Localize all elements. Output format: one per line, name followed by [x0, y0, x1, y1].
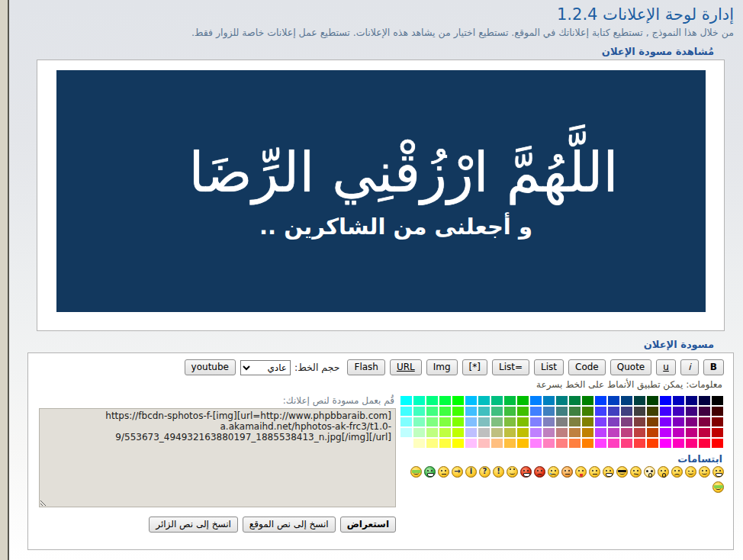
palette-color-#FF0000[interactable] [712, 439, 723, 448]
bbcode-underline-button[interactable]: u [656, 359, 676, 375]
palette-color-#FF80FF[interactable] [530, 439, 542, 448]
palette-color-#00BF00[interactable] [517, 396, 529, 405]
palette-color-#404000[interactable] [647, 407, 658, 416]
palette-color-#8000BF[interactable] [673, 417, 684, 426]
palette-color-#80FF80[interactable] [426, 417, 438, 426]
smiley-ugeek[interactable] [712, 481, 724, 493]
palette-color-#FF8040[interactable] [569, 439, 581, 448]
copy-to-visitor-text-button[interactable]: انسخ إلى نص الزائر [149, 517, 238, 533]
palette-color-#FF4080[interactable] [621, 439, 632, 448]
palette-color-#40BFBF[interactable] [478, 407, 490, 416]
copy-to-site-text-button[interactable]: انسخ إلى نص الموقع [243, 517, 336, 533]
palette-color-#0000BF[interactable] [673, 396, 684, 405]
palette-color-#FF0080[interactable] [686, 439, 697, 448]
palette-color-#BF40FF[interactable] [595, 428, 606, 437]
bbcode-code-button[interactable]: Code [568, 359, 606, 375]
palette-color-#408000[interactable] [582, 407, 593, 416]
palette-color-#BFBFBF[interactable] [478, 428, 490, 437]
palette-color-#40FFFF[interactable] [400, 407, 412, 416]
palette-color-#80BF40[interactable] [504, 417, 516, 426]
palette-color-#4080BF[interactable] [543, 407, 555, 416]
palette-color-#BFFF80[interactable] [426, 428, 438, 437]
palette-color-#FF00BF[interactable] [673, 439, 684, 448]
palette-color-#BF8080[interactable] [556, 428, 568, 437]
palette-color-#4000FF[interactable] [660, 407, 671, 416]
palette-color-#00FF40[interactable] [439, 396, 451, 405]
palette-color-#008080[interactable] [556, 396, 568, 405]
palette-color-#FFBFFF[interactable] [465, 439, 477, 448]
smiley-idea[interactable]: i [465, 466, 477, 478]
palette-color-#800040[interactable] [699, 417, 710, 426]
palette-color-#40BF80[interactable] [491, 407, 503, 416]
palette-color-#FFBF00[interactable] [517, 439, 529, 448]
palette-color-#404040[interactable] [634, 407, 645, 416]
palette-color-#BF8040[interactable] [569, 428, 581, 437]
palette-color-#BF80FF[interactable] [530, 428, 542, 437]
palette-color-#808040[interactable] [569, 417, 581, 426]
palette-color-#BF0040[interactable] [699, 428, 710, 437]
smiley-exclaim[interactable]: ! [493, 466, 504, 478]
palette-color-#BF00BF[interactable] [673, 428, 684, 437]
bbcode-img-button[interactable]: Img [426, 359, 458, 375]
palette-color-#0080BF[interactable] [543, 396, 555, 405]
palette-color-#FF4040[interactable] [634, 439, 645, 448]
palette-color-#0040BF[interactable] [608, 396, 619, 405]
palette-color-#8080BF[interactable] [543, 417, 555, 426]
smiley-arrow[interactable]: → [452, 466, 463, 478]
palette-color-#0040FF[interactable] [595, 396, 606, 405]
palette-color-#0000FF[interactable] [660, 396, 671, 405]
palette-color-#808080[interactable] [556, 417, 568, 426]
palette-color-#BF4000[interactable] [647, 428, 658, 437]
palette-color-#FFBF80[interactable] [491, 439, 503, 448]
palette-color-#000000[interactable] [712, 396, 723, 405]
palette-color-#FFFF80[interactable] [426, 439, 438, 448]
palette-color-#BF40BF[interactable] [608, 428, 619, 437]
palette-color-#00FF80[interactable] [426, 396, 438, 405]
palette-color-#80BFBF[interactable] [478, 417, 490, 426]
palette-color-#804080[interactable] [621, 417, 632, 426]
palette-color-#40BFFF[interactable] [465, 407, 477, 416]
palette-color-#408040[interactable] [569, 407, 581, 416]
palette-color-#BF0080[interactable] [686, 428, 697, 437]
palette-color-#4000BF[interactable] [673, 407, 684, 416]
preview-button[interactable]: استعراض [340, 517, 396, 533]
palette-color-#8000FF[interactable] [660, 417, 671, 426]
smiley-surprised[interactable] [658, 466, 669, 478]
draft-textarea[interactable]: [url=http://www.phpbbaraib.com][img]http… [39, 408, 396, 507]
palette-color-#40FF80[interactable] [426, 407, 438, 416]
bbcode-list-item-button[interactable]: [*] [462, 359, 487, 375]
palette-color-#00FF00[interactable] [452, 396, 464, 405]
smiley-cry[interactable] [548, 466, 559, 478]
smiley-geek[interactable] [410, 466, 422, 478]
palette-color-#FF8000[interactable] [582, 439, 593, 448]
palette-color-#40BF00[interactable] [517, 407, 529, 416]
palette-color-#FF40FF[interactable] [595, 439, 606, 448]
palette-color-#BF8000[interactable] [582, 428, 593, 437]
palette-color-#804000[interactable] [647, 417, 658, 426]
smiley-sad[interactable] [671, 466, 683, 478]
smiley-twisted[interactable] [520, 466, 532, 478]
palette-color-#800080[interactable] [686, 417, 697, 426]
palette-color-#8080FF[interactable] [530, 417, 542, 426]
youtube-button[interactable]: youtube [185, 359, 236, 375]
palette-color-#400040[interactable] [699, 407, 710, 416]
smiley-lol[interactable] [603, 466, 614, 478]
smiley-evil[interactable] [534, 466, 545, 478]
palette-color-#8040FF[interactable] [595, 417, 606, 426]
smiley-smile[interactable] [699, 466, 710, 478]
palette-color-#80FF40[interactable] [439, 417, 451, 426]
smiley-question[interactable]: ? [479, 466, 491, 478]
palette-color-#00FFFF[interactable] [400, 396, 412, 405]
smiley-neutral[interactable] [438, 466, 449, 478]
palette-color-#BFBF80[interactable] [491, 428, 503, 437]
palette-color-#BFBF00[interactable] [517, 428, 529, 437]
palette-color-#004040[interactable] [634, 396, 645, 405]
palette-color-#BFBFFF[interactable] [465, 428, 477, 437]
palette-color-#404080[interactable] [621, 407, 632, 416]
palette-color-#80FF00[interactable] [452, 417, 464, 426]
palette-color-#004000[interactable] [647, 396, 658, 405]
palette-color-#004080[interactable] [621, 396, 632, 405]
bbcode-flash-button[interactable]: Flash [347, 359, 384, 375]
smiley-mrgreen[interactable] [424, 466, 436, 478]
palette-color-#00BFBF[interactable] [478, 396, 490, 405]
